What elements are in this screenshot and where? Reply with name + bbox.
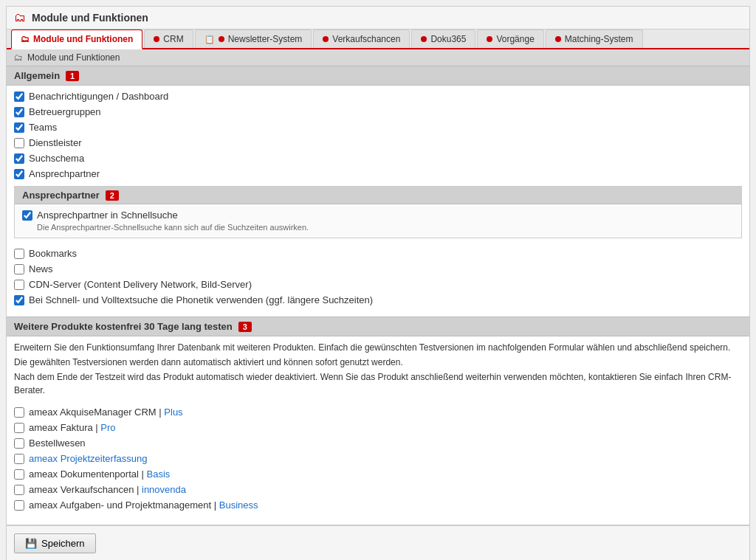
list-item: ameax Dokumentenportal | Basis: [14, 466, 742, 482]
teams-checkbox[interactable]: [14, 122, 24, 133]
news-checkbox[interactable]: [14, 264, 24, 274]
bookmarks-checkbox[interactable]: [14, 249, 24, 259]
tab-verkaufschancen-dot: [323, 36, 329, 42]
weitere-header: Weitere Produkte kostenfrei 30 Tage lang…: [7, 317, 749, 336]
section-header-icon: 🗂: [14, 52, 23, 63]
aufgaben-checkbox[interactable]: [14, 500, 24, 511]
tab-matching[interactable]: Matching-System: [546, 30, 643, 48]
allgemein-group: Allgemein 1 Benachrichtigungen / Dashboa…: [7, 66, 749, 244]
content-area: Allgemein 1 Benachrichtigungen / Dashboa…: [7, 66, 749, 516]
tab-vorgaenge-dot: [487, 36, 492, 42]
cdn-checkbox[interactable]: [14, 280, 24, 290]
list-item: Bei Schnell- und Volltextsuche die Phone…: [14, 292, 742, 308]
betreuergruppen-checkbox[interactable]: [14, 107, 24, 117]
ansprechpartner-hint: Die Ansprechpartner-Schnellsuche kann si…: [22, 223, 734, 235]
ansprechpartner-subgroup-header: Ansprechpartner 2: [15, 187, 741, 204]
verkaufschancen-prod-link[interactable]: innovenda: [142, 484, 186, 495]
page-title: Module und Funktionen: [32, 12, 148, 24]
tab-verkaufschancen-label: Verkaufschancen: [332, 34, 400, 44]
suchschema-label[interactable]: Suchschema: [29, 153, 84, 164]
tab-newsletter-label: Newsletter-System: [228, 34, 303, 44]
dienstleister-label[interactable]: Dienstleister: [29, 137, 82, 148]
save-label: Speichern: [41, 538, 85, 549]
list-item: ameax AkquiseManager CRM | Plus: [14, 404, 742, 420]
list-item: ameax Aufgaben- und Projektmanagement | …: [14, 497, 742, 513]
bestellwesen-label[interactable]: Bestellwesen: [29, 438, 86, 449]
allgemein-label: Allgemein: [14, 70, 60, 81]
dokumentenportal-checkbox[interactable]: [14, 469, 24, 480]
ansprechpartner-subgroup-items: Ansprechpartner in Schnellsuche Die Ansp…: [15, 204, 741, 238]
akquise-crm-checkbox[interactable]: [14, 407, 24, 418]
list-item: Bookmarks: [14, 246, 742, 261]
weitere-label: Weitere Produkte kostenfrei 30 Tage lang…: [14, 321, 233, 332]
benachrichtigungen-label[interactable]: Benachrichtigungen / Dashboard: [29, 91, 168, 102]
title-bar: 🗂 Module und Funktionen: [7, 7, 749, 30]
tab-crm-dot: [154, 36, 159, 42]
list-item: News: [14, 261, 742, 277]
weitere-desc3: Nach dem Ende der Testzeit wird das Prod…: [14, 370, 742, 397]
phonetik-checkbox[interactable]: [14, 295, 24, 305]
list-item: Benachrichtigungen / Dashboard: [14, 89, 742, 104]
tab-doku365[interactable]: Doku365: [411, 30, 475, 48]
allgemein-header: Allgemein 1: [7, 66, 749, 86]
betreuergruppen-label[interactable]: Betreuergruppen: [29, 106, 101, 117]
footer: 💾 Speichern: [7, 525, 749, 560]
tab-crm[interactable]: CRM: [144, 30, 193, 48]
list-item: ameax Faktura | Pro: [14, 420, 742, 435]
allgemein-items: Benachrichtigungen / Dashboard Betreuerg…: [7, 86, 749, 244]
news-label[interactable]: News: [29, 263, 53, 274]
tab-newsletter[interactable]: 📋 Newsletter-System: [195, 30, 312, 48]
benachrichtigungen-checkbox[interactable]: [14, 91, 24, 102]
tab-verkaufschancen[interactable]: Verkaufschancen: [313, 30, 410, 48]
projektzeiterfassung-label[interactable]: ameax Projektzeiterfassung: [29, 453, 147, 464]
tab-vorgaenge-label: Vorgänge: [496, 34, 534, 44]
ansprechpartner-checkbox[interactable]: [14, 169, 24, 179]
tab-doku365-label: Doku365: [430, 34, 466, 44]
ansprechpartner-schnellsuche-label[interactable]: Ansprechpartner in Schnellsuche: [37, 210, 178, 221]
verkaufschancen-prod-label[interactable]: ameax Verkaufschancen | innovenda: [29, 484, 186, 495]
faktura-checkbox[interactable]: [14, 423, 24, 433]
allgemein-badge: 1: [66, 71, 79, 81]
projektzeiterfassung-link[interactable]: ameax Projektzeiterfassung: [29, 453, 147, 464]
tab-module-label: Module und Funktionen: [33, 34, 133, 44]
weitere-desc2: Die gewählten Testversionen werden dann …: [14, 356, 742, 369]
verkaufschancen-prod-checkbox[interactable]: [14, 485, 24, 495]
phonetik-label[interactable]: Bei Schnell- und Volltextsuche die Phone…: [29, 294, 373, 305]
dokumentenportal-link[interactable]: Basis: [146, 469, 170, 480]
list-item: ameax Verkaufschancen | innovenda: [14, 482, 742, 497]
weitere-desc1: Erweitern Sie den Funktionsumfang Ihrer …: [14, 341, 742, 354]
list-item: Teams: [14, 120, 742, 135]
cdn-label[interactable]: CDN-Server (Content Delivery Network, Bi…: [29, 279, 252, 290]
tab-vorgaenge[interactable]: Vorgänge: [477, 30, 543, 48]
aufgaben-label[interactable]: ameax Aufgaben- und Projektmanagement | …: [29, 499, 258, 511]
list-item: Ansprechpartner in Schnellsuche: [22, 207, 734, 223]
faktura-link[interactable]: Pro: [100, 422, 115, 433]
bookmarks-label[interactable]: Bookmarks: [29, 248, 77, 259]
more-items-list: Bookmarks News CDN-Server (Content Deliv…: [7, 244, 749, 311]
weitere-desc: Erweitern Sie den Funktionsumfang Ihrer …: [7, 336, 749, 401]
faktura-label[interactable]: ameax Faktura | Pro: [29, 422, 116, 433]
tab-folder-icon: 🗂: [21, 34, 30, 44]
dokumentenportal-label[interactable]: ameax Dokumentenportal | Basis: [29, 469, 170, 480]
tab-crm-label: CRM: [163, 34, 183, 44]
save-button[interactable]: 💾 Speichern: [14, 533, 96, 553]
teams-label[interactable]: Teams: [29, 122, 57, 133]
aufgaben-link[interactable]: Business: [219, 499, 258, 511]
weitere-badge: 3: [238, 322, 252, 332]
list-item: ameax Projektzeiterfassung: [14, 451, 742, 466]
ansprechpartner-subgroup-badge: 2: [106, 190, 119, 201]
list-item: Ansprechpartner: [14, 166, 742, 182]
weitere-items: ameax AkquiseManager CRM | Plus ameax Fa…: [7, 401, 749, 516]
suchschema-checkbox[interactable]: [14, 153, 24, 164]
ansprechpartner-label[interactable]: Ansprechpartner: [29, 168, 100, 179]
projektzeiterfassung-checkbox[interactable]: [14, 454, 24, 464]
dienstleister-checkbox[interactable]: [14, 138, 24, 148]
bestellwesen-checkbox[interactable]: [14, 438, 24, 449]
ansprechpartner-schnellsuche-checkbox[interactable]: [22, 210, 32, 221]
list-item: Dienstleister: [14, 135, 742, 151]
tab-module[interactable]: 🗂 Module und Funktionen: [11, 30, 142, 49]
akquise-crm-label[interactable]: ameax AkquiseManager CRM | Plus: [29, 407, 183, 418]
akquise-crm-link[interactable]: Plus: [164, 407, 182, 418]
list-item: Betreuergruppen: [14, 104, 742, 120]
tab-newsletter-icon: 📋: [205, 35, 215, 44]
